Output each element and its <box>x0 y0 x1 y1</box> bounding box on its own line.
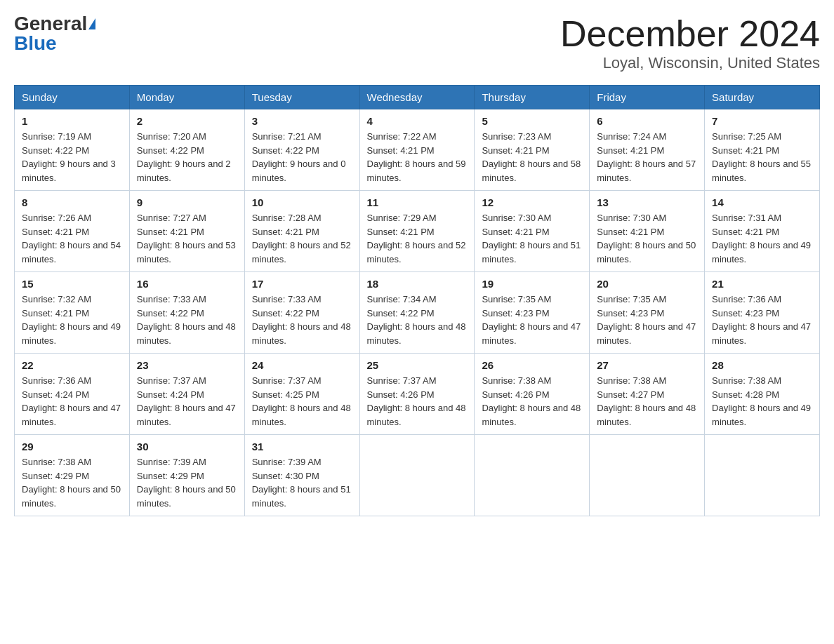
day-number: 15 <box>22 278 122 290</box>
day-info: Sunrise: 7:38 AMSunset: 4:27 PMDaylight:… <box>597 374 697 429</box>
day-info: Sunrise: 7:33 AMSunset: 4:22 PMDaylight:… <box>137 293 237 347</box>
month-title: December 2024 <box>560 14 820 54</box>
day-number: 3 <box>252 115 352 127</box>
calendar-cell: 6Sunrise: 7:24 AMSunset: 4:21 PMDaylight… <box>590 109 705 191</box>
calendar-cell: 2Sunrise: 7:20 AMSunset: 4:22 PMDaylight… <box>129 109 244 191</box>
logo-blue-text: Blue <box>14 34 57 53</box>
day-number: 11 <box>367 196 468 208</box>
calendar-cell: 30Sunrise: 7:39 AMSunset: 4:29 PMDayligh… <box>129 435 244 516</box>
day-number: 22 <box>22 359 122 371</box>
day-number: 27 <box>597 359 697 371</box>
day-info: Sunrise: 7:22 AMSunset: 4:21 PMDaylight:… <box>367 130 468 185</box>
calendar-cell: 8Sunrise: 7:26 AMSunset: 4:21 PMDaylight… <box>15 191 130 272</box>
calendar-cell: 4Sunrise: 7:22 AMSunset: 4:21 PMDaylight… <box>359 109 475 191</box>
day-number: 12 <box>482 196 582 208</box>
calendar-cell: 24Sunrise: 7:37 AMSunset: 4:25 PMDayligh… <box>244 354 359 435</box>
day-number: 17 <box>252 278 352 290</box>
calendar-cell: 28Sunrise: 7:38 AMSunset: 4:28 PMDayligh… <box>705 354 820 435</box>
day-info: Sunrise: 7:39 AMSunset: 4:30 PMDaylight:… <box>252 455 352 510</box>
day-number: 9 <box>137 196 237 208</box>
day-number: 14 <box>712 196 812 208</box>
day-info: Sunrise: 7:27 AMSunset: 4:21 PMDaylight:… <box>137 211 237 266</box>
logo-general-text: General <box>14 14 87 34</box>
calendar-cell: 15Sunrise: 7:32 AMSunset: 4:21 PMDayligh… <box>15 272 130 354</box>
day-info: Sunrise: 7:36 AMSunset: 4:24 PMDaylight:… <box>22 374 122 429</box>
day-number: 13 <box>597 196 697 208</box>
day-number: 31 <box>252 441 352 452</box>
header-monday: Monday <box>129 86 244 109</box>
day-info: Sunrise: 7:23 AMSunset: 4:21 PMDaylight:… <box>482 130 582 185</box>
day-number: 26 <box>482 359 582 371</box>
day-info: Sunrise: 7:35 AMSunset: 4:23 PMDaylight:… <box>597 293 697 347</box>
logo: General Blue <box>14 14 95 53</box>
day-number: 20 <box>597 278 697 290</box>
day-info: Sunrise: 7:24 AMSunset: 4:21 PMDaylight:… <box>597 130 697 185</box>
day-number: 7 <box>712 115 812 127</box>
header: General Blue December 2024 Loyal, Wiscon… <box>14 14 820 72</box>
day-number: 4 <box>367 115 468 127</box>
calendar-cell <box>590 435 705 516</box>
day-info: Sunrise: 7:31 AMSunset: 4:21 PMDaylight:… <box>712 211 812 266</box>
day-number: 25 <box>367 359 468 371</box>
header-friday: Friday <box>590 86 705 109</box>
day-number: 5 <box>482 115 582 127</box>
day-info: Sunrise: 7:39 AMSunset: 4:29 PMDaylight:… <box>137 455 237 510</box>
logo-triangle-icon <box>88 18 95 29</box>
day-info: Sunrise: 7:37 AMSunset: 4:24 PMDaylight:… <box>137 374 237 429</box>
day-number: 6 <box>597 115 697 127</box>
week-row-2: 8Sunrise: 7:26 AMSunset: 4:21 PMDaylight… <box>15 191 820 272</box>
calendar-cell: 7Sunrise: 7:25 AMSunset: 4:21 PMDaylight… <box>705 109 820 191</box>
week-row-4: 22Sunrise: 7:36 AMSunset: 4:24 PMDayligh… <box>15 354 820 435</box>
day-info: Sunrise: 7:26 AMSunset: 4:21 PMDaylight:… <box>22 211 122 266</box>
day-number: 29 <box>22 441 122 452</box>
location-title: Loyal, Wisconsin, United States <box>560 54 820 72</box>
day-info: Sunrise: 7:37 AMSunset: 4:25 PMDaylight:… <box>252 374 352 429</box>
calendar-cell <box>475 435 590 516</box>
calendar-cell: 1Sunrise: 7:19 AMSunset: 4:22 PMDaylight… <box>15 109 130 191</box>
calendar-cell: 19Sunrise: 7:35 AMSunset: 4:23 PMDayligh… <box>475 272 590 354</box>
day-number: 30 <box>137 441 237 452</box>
day-number: 23 <box>137 359 237 371</box>
day-number: 10 <box>252 196 352 208</box>
day-number: 1 <box>22 115 122 127</box>
day-number: 16 <box>137 278 237 290</box>
day-info: Sunrise: 7:34 AMSunset: 4:22 PMDaylight:… <box>367 293 468 347</box>
calendar-cell: 29Sunrise: 7:38 AMSunset: 4:29 PMDayligh… <box>15 435 130 516</box>
header-wednesday: Wednesday <box>359 86 475 109</box>
calendar-cell: 11Sunrise: 7:29 AMSunset: 4:21 PMDayligh… <box>359 191 475 272</box>
day-info: Sunrise: 7:32 AMSunset: 4:21 PMDaylight:… <box>22 293 122 347</box>
calendar-cell: 31Sunrise: 7:39 AMSunset: 4:30 PMDayligh… <box>244 435 359 516</box>
calendar-cell: 16Sunrise: 7:33 AMSunset: 4:22 PMDayligh… <box>129 272 244 354</box>
week-row-5: 29Sunrise: 7:38 AMSunset: 4:29 PMDayligh… <box>15 435 820 516</box>
calendar-cell: 14Sunrise: 7:31 AMSunset: 4:21 PMDayligh… <box>705 191 820 272</box>
calendar-cell: 18Sunrise: 7:34 AMSunset: 4:22 PMDayligh… <box>359 272 475 354</box>
week-row-1: 1Sunrise: 7:19 AMSunset: 4:22 PMDaylight… <box>15 109 820 191</box>
title-area: December 2024 Loyal, Wisconsin, United S… <box>560 14 820 72</box>
calendar-cell <box>705 435 820 516</box>
day-info: Sunrise: 7:38 AMSunset: 4:26 PMDaylight:… <box>482 374 582 429</box>
calendar-header-row: SundayMondayTuesdayWednesdayThursdayFrid… <box>15 86 820 109</box>
day-info: Sunrise: 7:20 AMSunset: 4:22 PMDaylight:… <box>137 130 237 185</box>
calendar-cell: 20Sunrise: 7:35 AMSunset: 4:23 PMDayligh… <box>590 272 705 354</box>
calendar-cell: 10Sunrise: 7:28 AMSunset: 4:21 PMDayligh… <box>244 191 359 272</box>
calendar-cell: 26Sunrise: 7:38 AMSunset: 4:26 PMDayligh… <box>475 354 590 435</box>
day-number: 24 <box>252 359 352 371</box>
day-info: Sunrise: 7:38 AMSunset: 4:28 PMDaylight:… <box>712 374 812 429</box>
calendar-cell: 3Sunrise: 7:21 AMSunset: 4:22 PMDaylight… <box>244 109 359 191</box>
calendar-cell: 21Sunrise: 7:36 AMSunset: 4:23 PMDayligh… <box>705 272 820 354</box>
header-saturday: Saturday <box>705 86 820 109</box>
calendar-table: SundayMondayTuesdayWednesdayThursdayFrid… <box>14 85 820 516</box>
day-number: 19 <box>482 278 582 290</box>
day-number: 8 <box>22 196 122 208</box>
day-info: Sunrise: 7:33 AMSunset: 4:22 PMDaylight:… <box>252 293 352 347</box>
calendar-cell <box>359 435 475 516</box>
day-info: Sunrise: 7:36 AMSunset: 4:23 PMDaylight:… <box>712 293 812 347</box>
day-info: Sunrise: 7:30 AMSunset: 4:21 PMDaylight:… <box>482 211 582 266</box>
header-sunday: Sunday <box>15 86 130 109</box>
calendar-cell: 5Sunrise: 7:23 AMSunset: 4:21 PMDaylight… <box>475 109 590 191</box>
day-number: 28 <box>712 359 812 371</box>
day-info: Sunrise: 7:30 AMSunset: 4:21 PMDaylight:… <box>597 211 697 266</box>
header-tuesday: Tuesday <box>244 86 359 109</box>
day-number: 21 <box>712 278 812 290</box>
header-thursday: Thursday <box>475 86 590 109</box>
